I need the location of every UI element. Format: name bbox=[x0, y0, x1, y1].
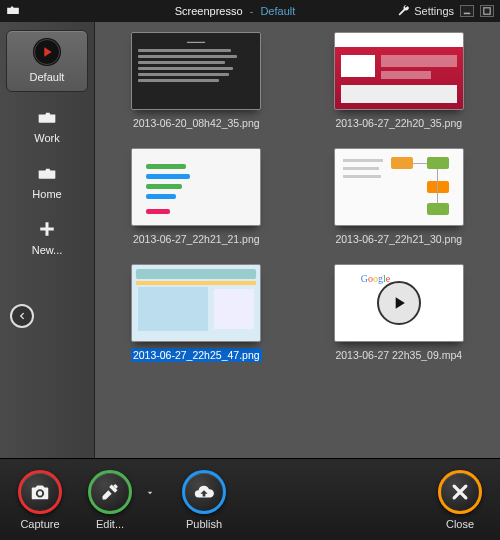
default-logo-icon bbox=[33, 38, 61, 66]
minimize-button[interactable] bbox=[460, 5, 474, 17]
sidebar-item-new[interactable]: New... bbox=[0, 210, 94, 266]
edit-button[interactable]: Edit... bbox=[88, 470, 132, 530]
capture-label: Capture bbox=[20, 518, 59, 530]
thumbnail-image: ━━━━━━ bbox=[131, 32, 261, 110]
thumbnail-filename: 2013-06-27_22h21_30.png bbox=[333, 232, 464, 246]
titlebar: Screenpresso - Default Settings bbox=[0, 0, 500, 22]
thumbnail-filename: 2013-06-20_08h42_35.png bbox=[131, 116, 262, 130]
cloud-upload-icon bbox=[193, 481, 215, 503]
thumbnail-image bbox=[334, 148, 464, 226]
thumbnail-item[interactable]: ━━━━━━ 2013-06-20_08h42_35.png bbox=[111, 32, 281, 130]
sidebar-item-label: Work bbox=[34, 132, 59, 144]
settings-label: Settings bbox=[414, 5, 454, 17]
sidebar: Default Work Home New... bbox=[0, 22, 95, 458]
thumbnail-filename: 2013-06-27_22h25_47.png bbox=[131, 348, 262, 362]
sidebar-item-label: Default bbox=[30, 71, 65, 83]
maximize-button[interactable] bbox=[480, 5, 494, 17]
thumbnail-item[interactable]: 2013-06-27_22h21_21.png bbox=[111, 148, 281, 246]
svg-rect-2 bbox=[484, 8, 490, 14]
sidebar-item-label: New... bbox=[32, 244, 63, 256]
camera-icon bbox=[29, 481, 51, 503]
sidebar-item-work[interactable]: Work bbox=[0, 98, 94, 154]
close-button[interactable]: Close bbox=[438, 470, 482, 530]
title-separator: - bbox=[250, 5, 254, 17]
wrench-icon bbox=[397, 4, 410, 19]
caret-down-icon bbox=[146, 489, 154, 497]
workspace-name: Default bbox=[260, 5, 295, 17]
sidebar-item-label: Home bbox=[32, 188, 61, 200]
publish-label: Publish bbox=[186, 518, 222, 530]
sidebar-item-home[interactable]: Home bbox=[0, 154, 94, 210]
svg-rect-1 bbox=[464, 13, 470, 15]
chevron-left-icon bbox=[17, 311, 27, 321]
thumbnail-item[interactable]: 2013-06-27_22h21_30.png bbox=[314, 148, 484, 246]
thumbnail-filename: 2013-06-27_22h21_21.png bbox=[131, 232, 262, 246]
thumbnail-item[interactable]: 2013-06-27_22h25_47.png bbox=[111, 264, 281, 362]
close-label: Close bbox=[446, 518, 474, 530]
thumbnail-image bbox=[334, 32, 464, 110]
settings-button[interactable]: Settings bbox=[397, 4, 454, 19]
thumbnail-image bbox=[131, 264, 261, 342]
thumbnail-image: Google bbox=[334, 264, 464, 342]
folder-icon bbox=[33, 162, 61, 184]
plus-icon bbox=[33, 218, 61, 240]
app-icon bbox=[6, 3, 20, 19]
publish-button[interactable]: Publish bbox=[182, 470, 226, 530]
capture-button[interactable]: Capture bbox=[18, 470, 62, 530]
edit-tools-icon bbox=[100, 482, 120, 502]
thumbnail-filename: 2013-06-27 22h35_09.mp4 bbox=[333, 348, 464, 362]
close-icon bbox=[450, 482, 470, 502]
thumbnail-item[interactable]: Google 2013-06-27 22h35_09.mp4 bbox=[314, 264, 484, 362]
collapse-sidebar-button[interactable] bbox=[10, 304, 34, 328]
app-title: Screenpresso bbox=[175, 5, 243, 17]
play-icon bbox=[377, 281, 421, 325]
edit-label: Edit... bbox=[96, 518, 124, 530]
folder-icon bbox=[33, 106, 61, 128]
main-toolbar: Capture Edit... Publish bbox=[0, 458, 500, 540]
sidebar-item-default[interactable]: Default bbox=[6, 30, 88, 92]
thumbnail-image bbox=[131, 148, 261, 226]
edit-dropdown[interactable] bbox=[144, 489, 156, 497]
thumbnail-grid: ━━━━━━ 2013-06-20_08h42_35.png bbox=[95, 22, 500, 458]
thumbnail-filename: 2013-06-27_22h20_35.png bbox=[333, 116, 464, 130]
thumbnail-item[interactable]: 2013-06-27_22h20_35.png bbox=[314, 32, 484, 130]
